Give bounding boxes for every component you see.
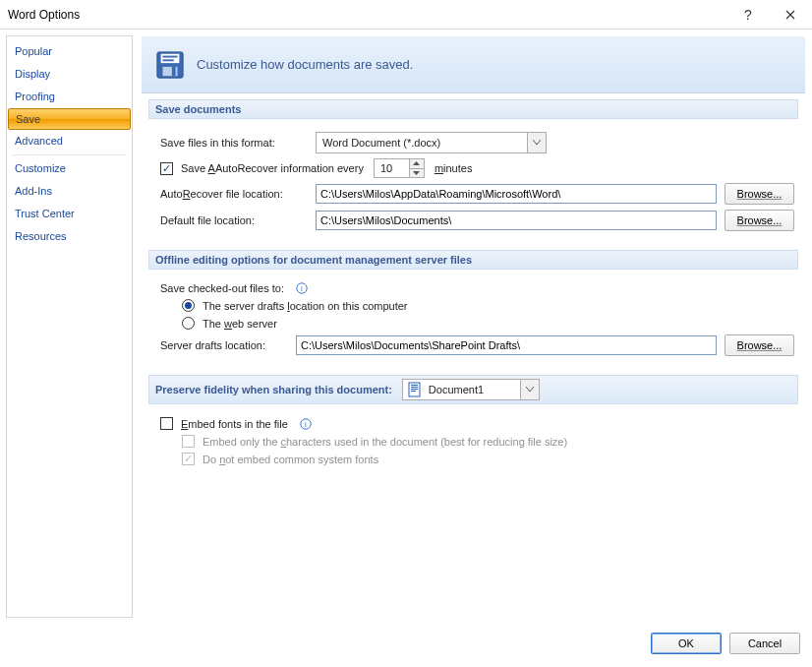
autorecover-checkbox[interactable] (160, 162, 173, 175)
autorecover-location-label: AutoRecover file location: (160, 188, 308, 200)
sidebar-item-display[interactable]: Display (7, 63, 132, 86)
spin-down-icon[interactable] (409, 169, 425, 179)
radio-server-drafts[interactable] (182, 299, 195, 312)
section-preserve-fidelity: Preserve fidelity when sharing this docu… (142, 369, 805, 478)
embed-only-chars-label: Embed only the characters used in the do… (203, 436, 567, 448)
preserve-title-text: Preserve fidelity when sharing this docu… (155, 384, 392, 395)
no-common-fonts-label: Do not embed common system fonts (203, 454, 378, 465)
info-icon[interactable]: i (296, 282, 308, 294)
ok-button[interactable]: OK (651, 633, 722, 654)
sidebar-item-label: Save (16, 113, 40, 125)
save-icon (155, 50, 185, 80)
server-drafts-browse-button[interactable]: Browse... (725, 334, 794, 356)
content-header-text: Customize how documents are saved. (197, 57, 413, 72)
preserve-document-combo[interactable]: Document1 (402, 379, 540, 400)
save-format-value: Word Document (*.docx) (316, 132, 527, 153)
no-common-fonts-checkbox (182, 453, 195, 465)
section-title-offline: Offline editing options for document man… (148, 250, 798, 270)
section-save-documents: Save documents Save files in this format… (142, 93, 805, 244)
svg-rect-11 (411, 389, 418, 390)
svg-rect-1 (161, 53, 180, 62)
radio-web-server[interactable] (182, 317, 195, 330)
autorecover-location-input[interactable] (316, 184, 717, 204)
sidebar-separator (13, 154, 126, 155)
sidebar-item-proofing[interactable]: Proofing (7, 86, 132, 108)
server-drafts-label: Server drafts location: (160, 339, 288, 351)
checkedout-label: Save checked-out files to: (160, 282, 284, 294)
default-location-input[interactable] (316, 211, 717, 230)
embed-only-chars-checkbox (182, 435, 195, 448)
dialog-footer: OK Cancel (0, 624, 812, 663)
radio-server-drafts-label: The server drafts location on this compu… (203, 300, 408, 312)
sidebar-item-label: Proofing (15, 91, 55, 102)
chevron-down-icon (527, 132, 547, 153)
svg-rect-10 (411, 387, 418, 388)
svg-rect-9 (411, 385, 418, 386)
sidebar-item-trustcenter[interactable]: Trust Center (7, 203, 132, 225)
chevron-down-icon (520, 379, 540, 400)
sidebar-item-label: Popular (15, 45, 52, 57)
section-title-save-documents: Save documents (148, 99, 798, 119)
svg-rect-5 (172, 66, 176, 75)
help-button[interactable]: ? (728, 0, 768, 30)
sidebar-item-label: Advanced (15, 135, 63, 147)
window-title: Word Options (8, 8, 728, 22)
sidebar-item-label: Trust Center (15, 208, 75, 219)
embed-fonts-checkbox[interactable] (160, 417, 173, 430)
section-offline-editing: Offline editing options for document man… (142, 244, 805, 369)
svg-text:i: i (305, 420, 307, 429)
sidebar-item-customize[interactable]: Customize (7, 157, 132, 180)
main-area: Popular Display Proofing Save Advanced C… (0, 30, 812, 624)
svg-rect-3 (163, 59, 174, 61)
sidebar-item-label: Add-Ins (15, 185, 52, 197)
sidebar: Popular Display Proofing Save Advanced C… (6, 35, 133, 618)
save-format-label: Save files in this format: (160, 137, 308, 149)
radio-web-server-label: The web server (203, 318, 277, 330)
titlebar: Word Options ? (0, 0, 812, 30)
sidebar-item-label: Display (15, 68, 50, 80)
section-title-preserve: Preserve fidelity when sharing this docu… (148, 375, 798, 404)
document-icon (407, 382, 423, 397)
sidebar-item-label: Resources (15, 230, 67, 242)
save-format-combo[interactable]: Word Document (*.docx) (316, 132, 549, 153)
autorecover-label: Save AAutoRecover information every (181, 162, 364, 174)
default-location-label: Default file location: (160, 214, 308, 226)
autorecover-minutes-value: 10 (374, 158, 409, 178)
close-icon (785, 10, 795, 20)
spin-up-icon[interactable] (409, 158, 425, 169)
content-pane: Customize how documents are saved. Save … (141, 35, 806, 618)
sidebar-item-resources[interactable]: Resources (7, 225, 132, 248)
autorecover-minutes-spinner[interactable]: 10 (374, 158, 425, 178)
sidebar-item-addins[interactable]: Add-Ins (7, 180, 132, 203)
close-button[interactable] (768, 0, 812, 30)
sidebar-item-save[interactable]: Save (8, 108, 131, 130)
info-icon[interactable]: i (300, 418, 312, 430)
autorecover-browse-button[interactable]: Browse... (725, 183, 794, 205)
embed-fonts-label: Embed fonts in the file (181, 418, 288, 430)
server-drafts-input[interactable] (296, 335, 717, 355)
content-header: Customize how documents are saved. (142, 36, 805, 93)
sidebar-item-popular[interactable]: Popular (7, 40, 132, 63)
svg-rect-2 (163, 55, 178, 57)
sidebar-item-label: Customize (15, 162, 66, 174)
svg-text:i: i (301, 284, 303, 293)
sidebar-item-advanced[interactable]: Advanced (7, 130, 132, 152)
cancel-button[interactable]: Cancel (729, 633, 800, 654)
svg-rect-12 (411, 391, 416, 392)
autorecover-minutes-unit: minutes (435, 162, 473, 174)
default-location-browse-button[interactable]: Browse... (725, 210, 794, 231)
preserve-document-value: Document1 (429, 384, 484, 395)
